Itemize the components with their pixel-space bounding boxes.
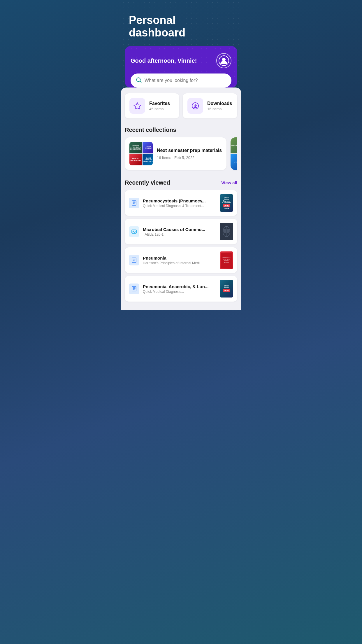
user-avatar-icon [219, 55, 229, 66]
view-all-button[interactable]: View all [221, 180, 237, 185]
partial-books: Medical Microbiology Pathophysiology of … [231, 137, 237, 170]
item-thumb-1: QUICKMedical Diagnosis& Treatment 2022 L… [220, 194, 233, 212]
chapter-icon-3 [131, 257, 137, 263]
recent-collections-section: Recent collections HARPER'S ILLUSTRATED … [125, 127, 237, 171]
collection-card-partial[interactable]: Medical Microbiology Pathophysiology of … [231, 137, 237, 170]
dashboard-card: Good afternoon, Vinnie! [125, 46, 237, 88]
favorites-icon-wrap [129, 98, 145, 114]
favorites-count: 45 items [149, 107, 170, 111]
svg-text:MEDICINE: MEDICINE [224, 262, 229, 263]
collection-meta-1: 16 items · Feb 5, 2022 [157, 155, 222, 160]
favorites-info: Favorites 45 items [149, 101, 170, 111]
item-text-2: Microbial Causes of Commu... TABLE 126-1 [143, 227, 216, 237]
item-subtitle-1: Quick Medical Diagnosis & Treatment... [143, 204, 216, 208]
search-bar[interactable] [131, 74, 231, 88]
item-subtitle-4: Quick Medical Diagnosis... [143, 290, 216, 294]
search-icon [136, 77, 142, 84]
svg-rect-28 [132, 286, 136, 291]
viewed-item-2[interactable]: Microbial Causes of Commu... TABLE 126-1 [125, 219, 237, 244]
greeting-text: Good afternoon, Vinnie! [131, 57, 197, 64]
recently-viewed-title: Recently viewed [125, 179, 170, 186]
page-title: Personal dashboard [121, 0, 241, 46]
svg-point-17 [227, 229, 230, 233]
collections-header: Recent collections [125, 127, 237, 133]
download-icon [191, 102, 199, 110]
item-icon-4 [129, 284, 139, 294]
item-thumb-2 [220, 223, 233, 240]
svg-line-3 [140, 81, 141, 83]
recently-viewed-header: Recently viewed View all [125, 179, 237, 186]
collection-card-1[interactable]: HARPER'S ILLUSTRATED BIOCHEMISTRY GROSS … [125, 137, 226, 170]
collection-info-1: Next semester prep materials 16 items · … [157, 148, 222, 160]
card-header: Good afternoon, Vinnie! [131, 53, 231, 68]
collections-title: Recent collections [125, 127, 176, 133]
viewed-item-3[interactable]: Pneumonia Harrison's Principles of Inter… [125, 247, 237, 273]
recently-viewed-list: Pneumocystosis (Pneumocy... Quick Medica… [125, 190, 237, 302]
svg-marker-4 [134, 103, 141, 109]
svg-rect-19 [132, 258, 136, 262]
book-thumb-4: BASIC CLINICAL BIOSTATISTICS [143, 154, 153, 166]
book-thumb-1: HARPER'S ILLUSTRATED BIOCHEMISTRY [129, 142, 142, 153]
downloads-label: Downloads [207, 101, 232, 106]
svg-text:HARRISON'S: HARRISON'S [222, 256, 230, 258]
item-thumb-4: QUICKMedical 2022 [220, 280, 233, 298]
item-title-3: Pneumonia [143, 256, 216, 260]
collections-scroll[interactable]: HARPER'S ILLUSTRATED BIOCHEMISTRY GROSS … [125, 137, 237, 171]
svg-text:PRINCIPLES OF: PRINCIPLES OF [223, 259, 230, 260]
svg-rect-12 [132, 230, 136, 233]
item-thumb-3: HARRISON'S PRINCIPLES OF INTERNAL MEDICI… [220, 251, 233, 269]
item-title-2: Microbial Causes of Commu... [143, 227, 216, 232]
collection-title-1: Next semester prep materials [157, 148, 222, 154]
item-icon-3 [129, 255, 139, 265]
star-icon [133, 102, 141, 110]
image-icon-2 [131, 229, 137, 235]
item-icon-2 [129, 226, 139, 237]
collection-books-grid: HARPER'S ILLUSTRATED BIOCHEMISTRY GROSS … [129, 142, 153, 165]
book-thumb-2: GROSS ANATOMY [143, 142, 153, 153]
content-area: Favorites 45 items Downloads 16 items [121, 88, 241, 310]
item-icon-1 [129, 198, 139, 208]
downloads-icon-wrap [187, 98, 203, 114]
chapter-icon-4 [131, 286, 137, 292]
downloads-card[interactable]: Downloads 16 items [183, 93, 237, 118]
item-subtitle-2: TABLE 126-1 [143, 232, 216, 237]
viewed-item-4[interactable]: Pneumonia, Anaerobic, & Lun... Quick Med… [125, 276, 237, 302]
svg-text:INTERNAL: INTERNAL [224, 260, 229, 261]
viewed-item-1[interactable]: Pneumocystosis (Pneumocy... Quick Medica… [125, 190, 237, 216]
chapter-icon-1 [131, 200, 137, 206]
downloads-count: 16 items [207, 107, 232, 111]
quick-access-grid: Favorites 45 items Downloads 16 items [125, 93, 237, 118]
item-title-4: Pneumonia, Anaerobic, & Lun... [143, 284, 216, 289]
downloads-info: Downloads 16 items [207, 101, 232, 111]
item-subtitle-3: Harrison's Principles of Internal Medi..… [143, 261, 216, 265]
search-input[interactable] [145, 78, 226, 83]
avatar-button[interactable] [216, 53, 231, 68]
item-text-4: Pneumonia, Anaerobic, & Lun... Quick Med… [143, 284, 216, 294]
favorites-label: Favorites [149, 101, 170, 106]
item-text-1: Pneumocystosis (Pneumocy... Quick Medica… [143, 198, 216, 208]
svg-rect-8 [132, 201, 136, 205]
svg-point-16 [223, 229, 226, 233]
phone-wrapper: Personal dashboard Good afternoon, Vinni… [121, 0, 241, 310]
book-thumb-3: MEDICAL BIOCHEMISTRY [129, 154, 142, 166]
item-title-1: Pneumocystosis (Pneumocy... [143, 198, 216, 203]
item-text-3: Pneumonia Harrison's Principles of Inter… [143, 256, 216, 265]
favorites-card[interactable]: Favorites 45 items [125, 93, 179, 118]
recently-viewed-section: Recently viewed View all Pn [125, 179, 237, 302]
